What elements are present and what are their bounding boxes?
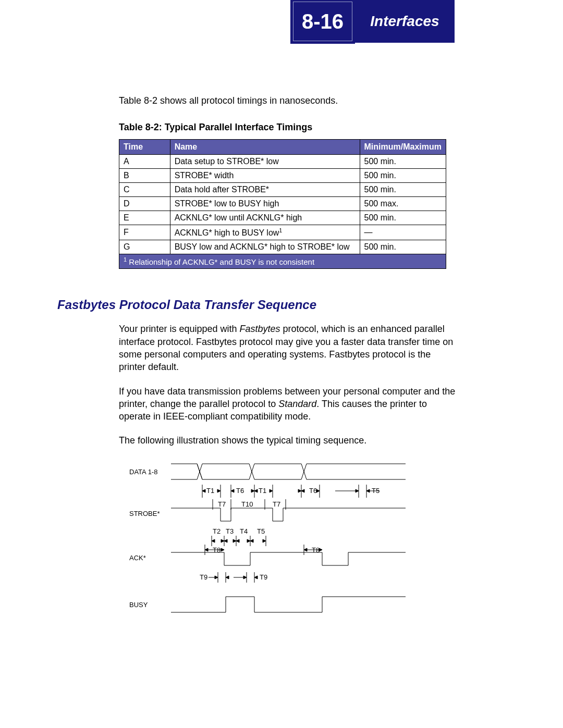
col-time: Time	[119, 140, 170, 155]
cell-minmax: 500 max.	[360, 197, 446, 211]
cell-name: ACKNLG* low until ACKNLG* high	[170, 211, 360, 225]
timing-label: T9	[260, 573, 267, 581]
cell-time: D	[119, 197, 170, 211]
col-minmax: Minimum/Maximum	[360, 140, 446, 155]
table-row: G BUSY low and ACKNLG* high to STROBE* l…	[119, 240, 446, 254]
intro-paragraph: Table 8-2 shows all protocol timings in …	[119, 95, 456, 106]
timing-label: T7	[218, 500, 226, 508]
table-row: A Data setup to STROBE* low 500 min.	[119, 155, 446, 169]
cell-name: STROBE* width	[170, 169, 360, 183]
cell-name: BUSY low and ACKNLG* high to STROBE* low	[170, 240, 360, 254]
cell-time: C	[119, 183, 170, 197]
body-paragraph-2: If you have data transmission problems b…	[119, 385, 456, 423]
chapter-title: Interfaces	[355, 13, 455, 30]
cell-name: Data hold after STROBE*	[170, 183, 360, 197]
cell-minmax: 500 min.	[360, 183, 446, 197]
table-footnote-row: 1 Relationship of ACKNLG* and BUSY is no…	[119, 254, 446, 269]
cell-minmax: —	[360, 225, 446, 240]
table-row: D STROBE* low to BUSY high 500 max.	[119, 197, 446, 211]
timing-label: T1	[206, 487, 214, 495]
cell-minmax: 500 min.	[360, 211, 446, 225]
timing-label: T9	[200, 573, 207, 581]
cell-time: A	[119, 155, 170, 169]
cell-time: G	[119, 240, 170, 254]
body-paragraph-1: Your printer is equipped with Fastbytes …	[119, 323, 456, 373]
cell-minmax: 500 min.	[360, 155, 446, 169]
table-row: C Data hold after STROBE* 500 min.	[119, 183, 446, 197]
timing-label: T3	[226, 527, 234, 535]
cell-name: Data setup to STROBE* low	[170, 155, 360, 169]
cell-time: E	[119, 211, 170, 225]
timing-label: T6	[309, 487, 317, 495]
timing-label: T6	[236, 487, 244, 495]
timing-diagram: DATA 1-8 T1 T6 T1 T6 T5	[129, 459, 456, 633]
page-number: 8-16	[290, 0, 355, 44]
body-paragraph-3: The following illustration shows the typ…	[119, 434, 456, 447]
timing-label: T5	[257, 527, 265, 535]
table-row: F ACKNLG* high to BUSY low1 —	[119, 225, 446, 240]
col-name: Name	[170, 140, 360, 155]
cell-minmax: 500 min.	[360, 169, 446, 183]
table-caption: Table 8-2: Typical Parallel Interface Ti…	[119, 122, 456, 133]
cell-time: B	[119, 169, 170, 183]
cell-name: ACKNLG* high to BUSY low1	[170, 225, 360, 240]
cell-name: STROBE* low to BUSY high	[170, 197, 360, 211]
page-header: 8-16 Interfaces	[290, 0, 455, 43]
page-number-text: 8-16	[302, 10, 344, 33]
timing-label: T10	[241, 500, 253, 508]
signal-label-busy: BUSY	[129, 601, 148, 609]
cell-time: F	[119, 225, 170, 240]
signal-label-ack: ACK*	[129, 554, 146, 562]
timing-label: T4	[240, 527, 248, 535]
timing-label: T1	[259, 487, 266, 495]
section-heading: Fastbytes Protocol Data Transfer Sequenc…	[57, 298, 456, 312]
cell-minmax: 500 min.	[360, 240, 446, 254]
signal-label-strobe: STROBE*	[129, 510, 160, 517]
timings-table: Time Name Minimum/Maximum A Data setup t…	[119, 139, 446, 269]
timing-diagram-svg: DATA 1-8 T1 T6 T1 T6 T5	[129, 459, 406, 631]
timing-label: T2	[213, 527, 221, 535]
table-row: B STROBE* width 500 min.	[119, 169, 446, 183]
table-footnote: 1 Relationship of ACKNLG* and BUSY is no…	[119, 254, 446, 269]
table-header-row: Time Name Minimum/Maximum	[119, 140, 446, 155]
timing-label: T7	[273, 500, 280, 508]
signal-label-data: DATA 1-8	[129, 468, 157, 476]
table-row: E ACKNLG* low until ACKNLG* high 500 min…	[119, 211, 446, 225]
